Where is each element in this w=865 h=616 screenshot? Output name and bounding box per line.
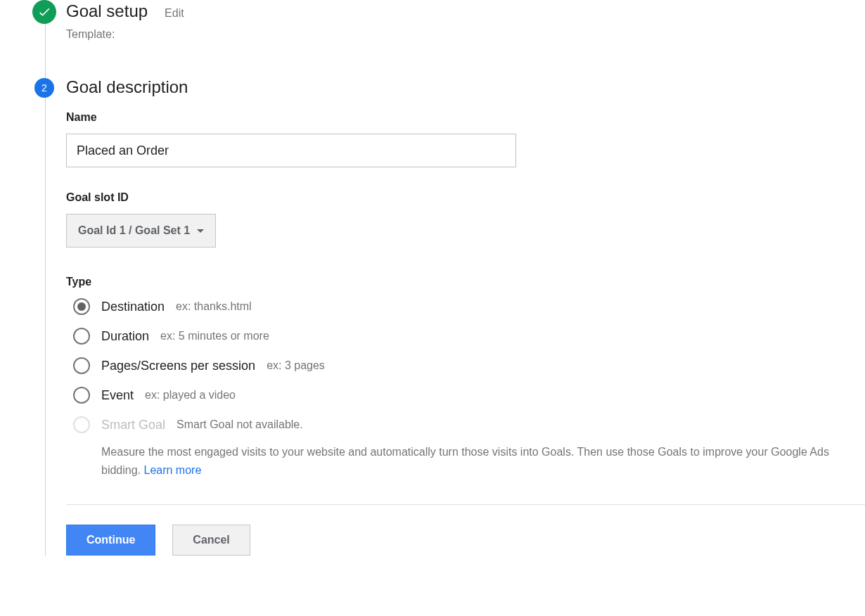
radio-example: ex: 5 minutes or more: [160, 330, 269, 342]
continue-button[interactable]: Continue: [66, 525, 155, 556]
step2-title: Goal description: [66, 77, 188, 97]
radio-icon: [73, 416, 90, 433]
radio-icon: [73, 328, 90, 345]
radio-destination[interactable]: Destination ex: thanks.html: [66, 298, 865, 315]
step1-title: Goal setup: [66, 1, 148, 21]
step-number-badge: 2: [34, 78, 54, 98]
radio-label: Destination: [101, 300, 165, 314]
edit-link[interactable]: Edit: [165, 7, 184, 20]
goal-name-input[interactable]: [66, 134, 516, 167]
radio-unavailable-text: Smart Goal not available.: [177, 418, 303, 431]
radio-label: Event: [101, 388, 134, 403]
radio-example: ex: 3 pages: [267, 359, 325, 372]
smart-goal-description-text: Measure the most engaged visits to your …: [101, 446, 829, 476]
radio-icon: [73, 387, 90, 404]
learn-more-link[interactable]: Learn more: [144, 464, 202, 476]
cancel-button[interactable]: Cancel: [172, 525, 250, 556]
template-label: Template:: [66, 28, 865, 41]
step-goal-description: 2 Goal description Name Goal slot ID Goa…: [17, 76, 865, 556]
radio-label: Duration: [101, 329, 149, 344]
step-connector-line: [45, 76, 46, 556]
radio-event[interactable]: Event ex: played a video: [66, 387, 865, 404]
radio-pages-per-session[interactable]: Pages/Screens per session ex: 3 pages: [66, 357, 865, 374]
radio-example: ex: played a video: [145, 389, 236, 402]
radio-label: Smart Goal: [101, 418, 165, 432]
radio-icon: [73, 357, 90, 374]
radio-label: Pages/Screens per session: [101, 359, 255, 373]
radio-smart-goal: Smart Goal Smart Goal not available.: [66, 416, 865, 433]
slot-label: Goal slot ID: [66, 191, 865, 204]
smart-goal-description: Measure the most engaged visits to your …: [66, 443, 854, 479]
dropdown-selected-value: Goal Id 1 / Goal Set 1: [78, 224, 190, 237]
step-goal-setup: Goal setup Edit Template:: [17, 0, 865, 76]
radio-duration[interactable]: Duration ex: 5 minutes or more: [66, 328, 865, 345]
section-divider: [66, 504, 865, 505]
radio-icon: [73, 298, 90, 315]
chevron-down-icon: [197, 229, 204, 233]
goal-slot-dropdown[interactable]: Goal Id 1 / Goal Set 1: [66, 214, 216, 248]
checkmark-icon: [32, 0, 56, 24]
name-label: Name: [66, 111, 865, 124]
radio-example: ex: thanks.html: [176, 300, 252, 313]
type-label: Type: [66, 276, 865, 288]
